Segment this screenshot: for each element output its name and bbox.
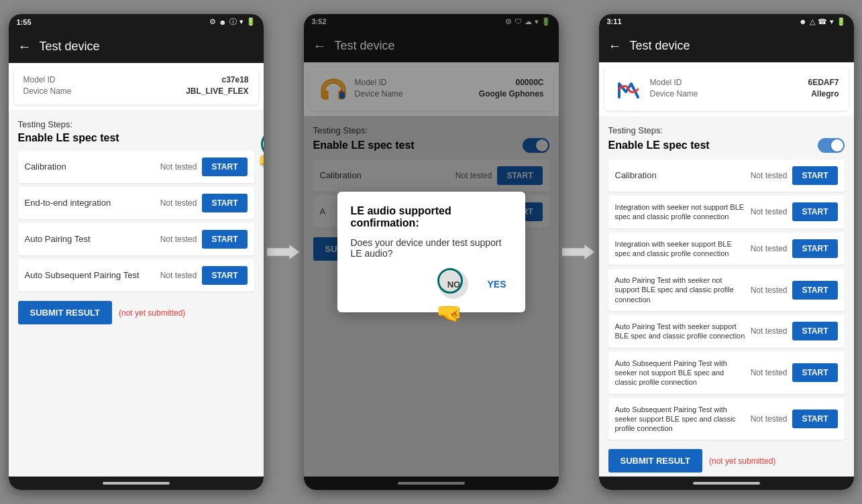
test-label-e2e-1: End-to-end integration [25, 198, 155, 209]
info-icon: ⓘ [229, 17, 237, 27]
test-label-int-no-seeker-3: Integration with seeker not support BLE … [615, 202, 745, 222]
battery-icon: 🔋 [246, 17, 256, 26]
test-row-auto-pair-seeker-3: Auto Pairing Test with seeker support BL… [608, 315, 845, 348]
screens-container: 1:55 ⚙ ☻ ⓘ ▾ 🔋 ← Test device Model ID c3… [0, 0, 862, 504]
back-button-3[interactable]: ← [608, 38, 622, 54]
status-icons-3: ☻ △ ☎ ▾ 🔋 [799, 17, 846, 26]
phone-screen-1: 1:55 ⚙ ☻ ⓘ ▾ 🔋 ← Test device Model ID c3… [9, 14, 264, 490]
submit-button-3[interactable]: SUBMIT RESULT [608, 449, 702, 472]
yes-button-2[interactable]: YES [482, 269, 511, 299]
test-label-calibration-3: Calibration [615, 170, 745, 182]
device-name-value-1: JBL_LIVE_FLEX [186, 86, 248, 96]
app-bar-3: ← Test device [599, 29, 854, 62]
start-button-pairing-1[interactable]: START [202, 230, 247, 249]
not-submitted-1: (not yet submitted) [119, 308, 185, 318]
test-row-pairing-1: Auto Pairing Test Not tested START [18, 223, 254, 255]
device-name-row-1: Device Name JBL_LIVE_FLEX [23, 86, 249, 96]
device-name-label-3: Device Name [650, 89, 698, 99]
test-row-calibration-3: Calibration Not tested START [608, 160, 845, 192]
device-name-row-3: Device Name Allegro [650, 89, 839, 99]
start-button-int-no-seeker-3[interactable]: START [792, 202, 837, 221]
test-label-subsequent-1: Auto Subsequent Pairing Test [25, 270, 155, 281]
start-button-auto-pair-no-seeker-3[interactable]: START [792, 281, 837, 300]
test-status-pairing-1: Not tested [160, 235, 197, 244]
time-3: 3:11 [607, 17, 622, 25]
no-btn-wrapper: NO 🤜 [439, 269, 468, 299]
arrow-1 [264, 242, 304, 262]
svg-marker-0 [267, 245, 299, 259]
test-label-calibration-1: Calibration [25, 162, 155, 173]
home-bar-3 [599, 477, 854, 490]
screen-content-1: Testing Steps: Enable LE spec test Calib… [9, 110, 264, 477]
start-button-calibration-3[interactable]: START [792, 166, 837, 185]
dialog-buttons-2: NO 🤜 YES [351, 269, 512, 299]
test-label-pairing-1: Auto Pairing Test [25, 234, 155, 245]
start-button-auto-pair-seeker-3[interactable]: START [792, 322, 837, 340]
status-bar-1: 1:55 ⚙ ☻ ⓘ ▾ 🔋 [9, 14, 264, 29]
start-button-calibration-1[interactable]: START [202, 158, 247, 176]
enable-le-row-1: Enable LE spec test [18, 132, 254, 144]
phone-screen-3: 3:11 ☻ △ ☎ ▾ 🔋 ← Test device [599, 14, 854, 490]
device-info-3: Model ID 6EDAF7 Device Name Allegro [650, 78, 839, 101]
device-card-1: Model ID c37e18 Device Name JBL_LIVE_FLE… [14, 68, 258, 105]
dialog-title-2: LE audio supported confirmation: [351, 205, 512, 229]
model-id-row-1: Model ID c37e18 [23, 75, 249, 84]
battery-icon-3: 🔋 [837, 17, 846, 26]
test-row-int-no-seeker-3: Integration with seeker not support BLE … [608, 196, 845, 229]
touch-hand-1: 🤜 [258, 149, 264, 175]
dialog-overlay-2: LE audio supported confirmation: Does yo… [304, 14, 559, 490]
test-status-subsequent-1: Not tested [160, 271, 197, 280]
test-row-e2e-1: End-to-end integration Not tested START [18, 187, 254, 219]
test-row-sub-pair-seeker-3: Auto Subsequent Pairing Test with seeker… [608, 398, 845, 440]
enable-le-row-3: Enable LE spec test [608, 138, 845, 153]
touch-ring-1 [261, 131, 264, 158]
device-card-3: Model ID 6EDAF7 Device Name Allegro [604, 68, 849, 111]
back-button-1[interactable]: ← [18, 39, 32, 54]
phone-icon-3: ☎ [818, 17, 827, 26]
m-icon-3 [614, 74, 643, 104]
model-id-value-1: c37e18 [221, 75, 248, 84]
test-status-calibration-3: Not tested [751, 171, 788, 180]
test-row-subsequent-1: Auto Subsequent Pairing Test Not tested … [18, 259, 254, 292]
test-label-auto-pair-no-seeker-3: Auto Pairing Test with seeker not suppor… [615, 275, 745, 304]
arrow-2 [559, 242, 599, 262]
home-bar-line-3 [693, 482, 760, 485]
wifi-icon: ▾ [239, 17, 244, 26]
warning-icon-3: △ [810, 17, 815, 26]
app-bar-1: ← Test device [9, 29, 264, 63]
submit-button-1[interactable]: SUBMIT RESULT [18, 301, 112, 324]
enable-le-title-3: Enable LE spec test [608, 139, 710, 151]
not-submitted-3: (not yet submitted) [709, 456, 775, 466]
enable-le-title-1: Enable LE spec test [18, 132, 119, 144]
arrow-svg-2 [562, 242, 596, 262]
start-button-sub-pair-seeker-3[interactable]: START [792, 410, 837, 428]
face-icon: ☻ [219, 18, 227, 26]
model-id-row-3: Model ID 6EDAF7 [650, 78, 839, 87]
wifi-icon-3: ▾ [830, 17, 834, 26]
test-status-sub-pair-no-seeker-3: Not tested [751, 368, 788, 377]
testing-steps-label-3: Testing Steps: [608, 125, 845, 135]
model-id-value-3: 6EDAF7 [808, 78, 839, 87]
start-button-int-seeker-3[interactable]: START [792, 239, 837, 258]
test-status-auto-pair-no-seeker-3: Not tested [751, 286, 788, 295]
no-button-2[interactable]: NO [439, 269, 468, 299]
device-name-label-1: Device Name [23, 86, 72, 96]
dialog-box-2: LE audio supported confirmation: Does yo… [337, 192, 525, 312]
arrow-svg-1 [267, 242, 301, 262]
start-button-sub-pair-no-seeker-3[interactable]: START [792, 363, 837, 382]
testing-steps-label-1: Testing Steps: [18, 119, 254, 129]
test-row-calibration-1: Calibration Not tested START 🤜 [18, 151, 254, 183]
start-button-subsequent-1[interactable]: START [202, 266, 247, 285]
model-id-label-1: Model ID [23, 75, 56, 84]
device-name-value-3: Allegro [811, 89, 839, 99]
start-button-e2e-1[interactable]: START [202, 194, 247, 212]
test-status-int-no-seeker-3: Not tested [751, 207, 788, 216]
test-row-auto-pair-no-seeker-3: Auto Pairing Test with seeker not suppor… [608, 269, 845, 311]
svg-marker-3 [562, 245, 594, 259]
test-status-sub-pair-seeker-3: Not tested [751, 414, 788, 424]
touch-hand-2: 🤜 [436, 300, 463, 326]
enable-le-toggle-3[interactable] [818, 138, 845, 153]
test-row-sub-pair-no-seeker-3: Auto Subsequent Pairing Test with seeker… [608, 352, 845, 394]
test-status-int-seeker-3: Not tested [751, 244, 788, 253]
home-bar-line-1 [103, 482, 170, 485]
